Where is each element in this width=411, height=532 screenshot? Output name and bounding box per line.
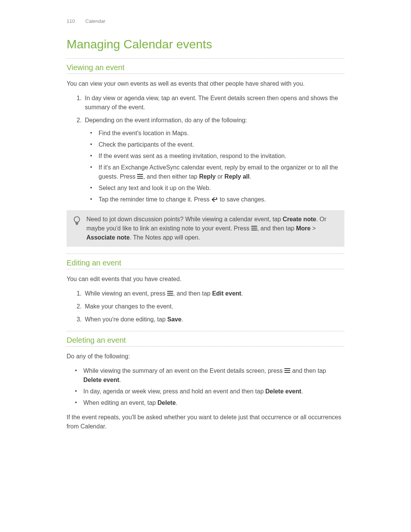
bullet-text: . <box>301 388 303 395</box>
bullet-text: to save changes. <box>218 196 266 203</box>
divider <box>67 331 344 331</box>
deleting-bullets: While viewing the summary of an event on… <box>75 366 344 407</box>
bullet-item: If the event was sent as a meeting invit… <box>90 152 344 161</box>
reply-label: Reply <box>199 173 216 180</box>
delete-event-label: Delete event <box>265 388 301 395</box>
step-text: Depending on the event information, do a… <box>85 117 247 123</box>
bullet-item: Check the participants of the event. <box>90 140 344 149</box>
callout-text: Need to jot down discussion points? Whil… <box>86 215 338 242</box>
reply-all-label: Reply all <box>225 173 250 180</box>
divider <box>67 269 344 269</box>
bullet-item: While viewing the summary of an event on… <box>75 366 344 385</box>
divider <box>67 73 344 74</box>
menu-icon <box>251 226 257 231</box>
back-arrow-icon <box>211 197 218 203</box>
divider <box>67 254 344 254</box>
menu-icon <box>284 368 290 374</box>
step-item: Make your changes to the event. <box>83 302 344 311</box>
heading-editing: Editing an event <box>67 259 344 267</box>
menu-icon <box>137 174 143 179</box>
page-header: 110 Calendar <box>67 18 344 24</box>
bullet-text: . <box>176 399 177 406</box>
bullet-text: or <box>216 173 225 180</box>
bullet-text: When editing an event, tap <box>83 399 158 406</box>
bullet-item: Find the event's location in Maps. <box>90 129 344 138</box>
callout-part: , and then tap <box>257 225 296 232</box>
heading-deleting: Deleting an event <box>67 336 344 345</box>
bullet-item: Tap the reminder time to change it. Pres… <box>90 195 344 204</box>
bullet-text: While viewing the summary of an event on… <box>83 367 284 374</box>
step-item: When you're done editing, tap Save. <box>83 315 344 324</box>
bullet-text: Tap the reminder time to change it. Pres… <box>99 196 211 203</box>
step-text: . <box>182 316 183 323</box>
edit-event-label: Edit event <box>212 290 241 297</box>
create-note-label: Create note <box>283 216 316 222</box>
step-item: While viewing an event, press , and then… <box>83 289 344 298</box>
bullet-text: . <box>250 173 251 180</box>
bullet-item: In day, agenda or week view, press and h… <box>75 387 344 396</box>
step-text: When you're done editing, tap <box>85 316 167 323</box>
divider <box>67 346 344 347</box>
header-section: Calendar <box>85 18 105 24</box>
menu-icon <box>167 291 173 296</box>
document-page: 110 Calendar Managing Calendar events Vi… <box>0 0 411 431</box>
step-text: . <box>241 290 243 297</box>
delete-label: Delete <box>158 399 176 406</box>
viewing-intro: You can view your own events as well as … <box>67 79 344 88</box>
heading-viewing: Viewing an event <box>67 63 344 72</box>
step-text: While viewing an event, press <box>85 290 167 297</box>
callout-part: > <box>311 225 316 232</box>
bullet-text: In day, agenda or week view, press and h… <box>83 388 265 395</box>
bullet-item: If it's an Exchange ActiveSync calendar … <box>90 163 344 181</box>
editing-intro: You can edit events that you have create… <box>67 275 344 284</box>
step-item: Depending on the event information, do a… <box>83 116 344 204</box>
deleting-intro: Do any of the following: <box>67 352 344 361</box>
divider <box>67 58 344 59</box>
deleting-outro: If the event repeats, you'll be asked wh… <box>67 413 344 431</box>
callout-part: Need to jot down discussion points? Whil… <box>86 216 283 222</box>
viewing-steps: In day view or agenda view, tap an event… <box>75 94 344 204</box>
editing-steps: While viewing an event, press , and then… <box>75 289 344 324</box>
more-label: More <box>296 225 311 232</box>
page-title: Managing Calendar events <box>67 37 344 51</box>
lightbulb-icon <box>73 216 81 226</box>
delete-event-label: Delete event <box>83 377 119 383</box>
page-number: 110 <box>67 18 75 24</box>
bullet-text: . <box>119 377 121 383</box>
step-item: In day view or agenda view, tap an event… <box>83 94 344 112</box>
tip-callout: Need to jot down discussion points? Whil… <box>67 210 344 247</box>
svg-point-0 <box>74 217 80 222</box>
bullet-text: and then tap <box>290 367 326 374</box>
editing-section: Editing an event You can edit events tha… <box>67 254 344 324</box>
bullet-item: When editing an event, tap Delete. <box>75 398 344 407</box>
viewing-bullets: Find the event's location in Maps. Check… <box>90 129 344 204</box>
bullet-item: Select any text and look it up on the We… <box>90 184 344 193</box>
step-text: , and then tap <box>173 290 212 297</box>
callout-part: . The Notes app will open. <box>130 234 200 241</box>
save-label: Save <box>167 316 182 323</box>
bullet-text: , and then either tap <box>143 173 199 180</box>
deleting-section: Deleting an event Do any of the followin… <box>67 331 344 431</box>
associate-note-label: Associate note <box>86 234 130 241</box>
